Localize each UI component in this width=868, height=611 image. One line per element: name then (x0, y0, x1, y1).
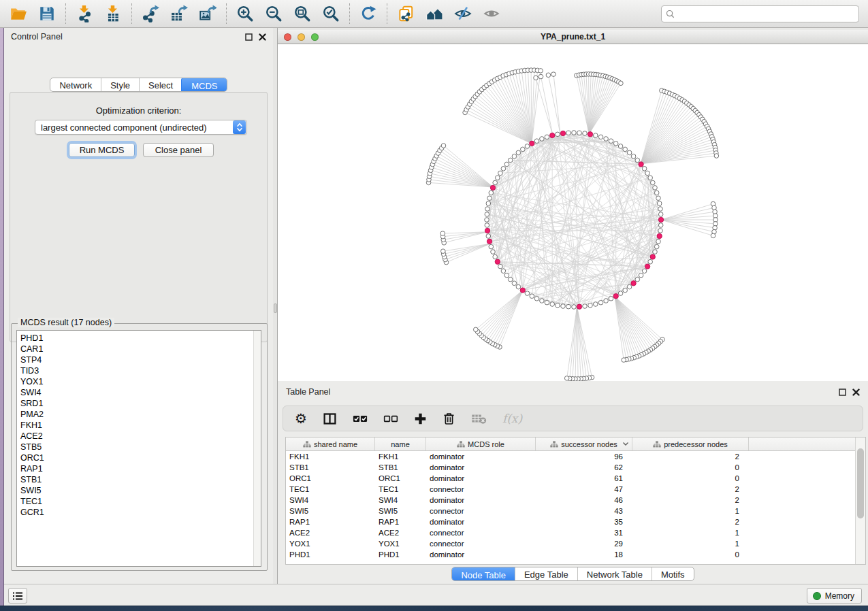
run-mcds-button[interactable]: Run MCDS (69, 143, 135, 157)
table-row[interactable]: SWI4SWI4dominator462 (286, 495, 865, 506)
splitter-handle[interactable] (274, 303, 277, 313)
tab-select[interactable]: Select (139, 78, 182, 91)
refresh-network-icon (359, 5, 377, 22)
table-scrollbar-thumb[interactable] (857, 448, 864, 518)
table-cell: 2 (632, 485, 749, 493)
column-header-successor-nodes[interactable]: successor nodes (536, 437, 632, 450)
save-session-button[interactable] (33, 2, 61, 25)
zoom-in-icon (236, 5, 254, 22)
table-tab-edge-table[interactable]: Edge Table (515, 567, 577, 580)
memory-button[interactable]: Memory (807, 588, 862, 604)
zoom-in-button[interactable] (231, 2, 259, 25)
criterion-select[interactable]: largest connected component (undirected) (35, 120, 247, 135)
table-header-row: shared namenameMCDS rolesuccessor nodesp… (286, 437, 865, 451)
mcds-result-node[interactable]: ACE2 (20, 431, 44, 442)
table-cell: ACE2 (286, 529, 375, 537)
mcds-result-node[interactable]: RAP1 (20, 463, 44, 474)
column-label: shared name (314, 440, 357, 448)
table-cell: connector (426, 507, 536, 515)
table-tab-node-table[interactable]: Node Table (451, 567, 515, 581)
mcds-result-node[interactable]: PMA2 (20, 409, 44, 420)
mcds-result-list[interactable]: PHD1CAR1STP4TID3YOX1SWI4SRD1PMA2FKH1ACE2… (16, 330, 261, 567)
table-cell: PHD1 (286, 550, 375, 559)
search-box[interactable] (661, 5, 859, 22)
column-header-shared-name[interactable]: shared name (286, 437, 375, 450)
delete-column-button[interactable] (443, 410, 455, 427)
table-row[interactable]: YOX1YOX1connector291 (286, 538, 865, 549)
clone-network-button[interactable] (391, 2, 420, 25)
first-neighbors-button[interactable] (420, 2, 449, 25)
table-cell: RAP1 (286, 518, 375, 526)
mcds-result-node[interactable]: SWI4 (20, 387, 44, 398)
import-table-button[interactable] (99, 2, 127, 25)
export-table-button[interactable] (165, 2, 193, 25)
zoom-out-button[interactable] (259, 2, 288, 25)
table-row[interactable]: SWI5SWI5connector431 (286, 506, 865, 516)
open-file-button[interactable] (4, 2, 33, 25)
table-row[interactable]: ACE2ACE2connector311 (286, 527, 865, 538)
split-view-button[interactable] (323, 410, 337, 427)
table-row[interactable]: STB1STB1dominator620 (286, 462, 865, 473)
zoom-fit-button[interactable] (288, 2, 317, 25)
mcds-list-scrollbar[interactable] (253, 331, 261, 566)
tab-mcds[interactable]: MCDS (181, 78, 227, 92)
tab-style[interactable]: Style (101, 78, 139, 91)
hide-selected-button[interactable] (449, 2, 477, 25)
network-canvas[interactable] (278, 44, 868, 381)
mcds-result-node[interactable]: FKH1 (20, 420, 44, 431)
table-tab-motifs[interactable]: Motifs (652, 567, 694, 580)
mcds-result-node[interactable]: TID3 (20, 365, 44, 376)
float-panel-icon[interactable] (245, 33, 253, 41)
close-panel-button[interactable]: Close panel (143, 143, 214, 157)
mcds-result-node[interactable]: STB1 (20, 474, 44, 485)
mcds-result-node[interactable]: SRD1 (20, 398, 44, 409)
column-header-MCDS-role[interactable]: MCDS role (426, 437, 536, 450)
memory-status-icon (813, 592, 821, 600)
zoom-selected-button[interactable] (317, 2, 345, 25)
float-panel-icon[interactable] (839, 389, 846, 396)
deselect-all-button[interactable] (383, 410, 398, 427)
network-graph[interactable] (278, 44, 868, 381)
table-settings-button[interactable]: ⚙ (295, 410, 307, 427)
table-row[interactable]: TEC1TEC1connector472 (286, 484, 865, 495)
control-panel-tabs: NetworkStyleSelectMCDS (4, 78, 273, 92)
mcds-result-node[interactable]: PHD1 (20, 333, 44, 344)
import-network-button[interactable] (70, 2, 99, 25)
mcds-result-node[interactable]: ORC1 (20, 452, 44, 463)
export-image-button[interactable] (193, 2, 222, 25)
column-header-name[interactable]: name (375, 437, 426, 450)
refresh-network-button[interactable] (354, 2, 383, 25)
mcds-result-node[interactable]: STB5 (20, 442, 44, 452)
mcds-result-node[interactable]: SWI5 (20, 485, 44, 496)
table-scrollbar[interactable] (855, 437, 865, 564)
export-table-icon (170, 5, 188, 22)
mcds-result-node[interactable]: STP4 (20, 354, 44, 365)
mcds-result-node[interactable]: GCR1 (20, 507, 44, 518)
panel-menu-button[interactable] (8, 588, 27, 604)
optimization-criterion-label: Optimization criterion: (10, 105, 267, 116)
table-cell: ORC1 (286, 474, 375, 482)
table-row[interactable]: PHD1PHD1dominator180 (286, 549, 865, 560)
close-panel-icon[interactable] (852, 389, 860, 396)
table-cell: 1 (632, 540, 749, 548)
select-all-button[interactable] (353, 410, 368, 427)
table-cell: connector (426, 540, 536, 548)
search-input[interactable] (677, 10, 854, 19)
table-row[interactable]: RAP1RAP1dominator352 (286, 516, 865, 527)
table-row[interactable]: FKH1FKH1dominator962 (286, 451, 865, 462)
add-column-button[interactable] (414, 410, 427, 427)
table-cell: STB1 (286, 463, 375, 472)
mcds-result-node[interactable]: CAR1 (20, 344, 44, 354)
tab-network[interactable]: Network (50, 78, 101, 91)
column-header-predecessor-nodes[interactable]: predecessor nodes (632, 437, 749, 450)
table-cell: dominator (426, 474, 536, 482)
show-all-button[interactable] (477, 2, 506, 25)
table-row[interactable]: ORC1ORC1dominator610 (286, 473, 865, 484)
panel-splitter[interactable] (273, 28, 278, 584)
mcds-result-node[interactable]: YOX1 (20, 376, 44, 387)
table-panel-title: Table Panel (286, 387, 330, 397)
mcds-result-node[interactable]: TEC1 (20, 496, 44, 507)
close-panel-icon[interactable] (259, 33, 266, 41)
export-network-button[interactable] (136, 2, 165, 25)
table-tab-network-table[interactable]: Network Table (577, 567, 652, 580)
